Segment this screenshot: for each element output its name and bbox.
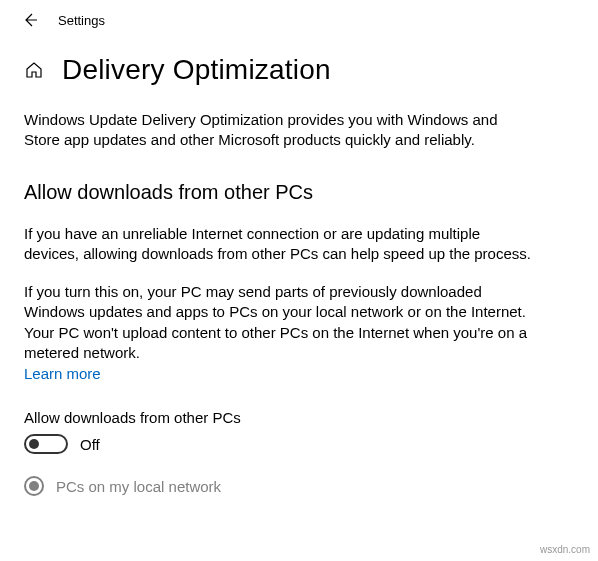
section-paragraph-2: If you turn this on, your PC may send pa… bbox=[24, 282, 536, 363]
page-title: Delivery Optimization bbox=[62, 54, 331, 86]
radio-dot bbox=[29, 481, 39, 491]
back-button[interactable] bbox=[20, 10, 40, 30]
toggle-label: Allow downloads from other PCs bbox=[24, 409, 536, 426]
page-description: Windows Update Delivery Optimization pro… bbox=[24, 110, 536, 151]
watermark: wsxdn.com bbox=[540, 544, 590, 555]
toggle-knob bbox=[29, 439, 39, 449]
home-icon[interactable] bbox=[24, 60, 44, 80]
section-paragraph-1: If you have an unreliable Internet conne… bbox=[24, 224, 536, 265]
toggle-state: Off bbox=[80, 436, 100, 453]
radio-label-local-network: PCs on my local network bbox=[56, 478, 221, 495]
radio-local-network bbox=[24, 476, 44, 496]
section-heading: Allow downloads from other PCs bbox=[24, 181, 536, 204]
app-title: Settings bbox=[58, 13, 105, 28]
allow-downloads-toggle[interactable] bbox=[24, 434, 68, 454]
arrow-left-icon bbox=[22, 12, 38, 28]
learn-more-link[interactable]: Learn more bbox=[24, 365, 101, 382]
